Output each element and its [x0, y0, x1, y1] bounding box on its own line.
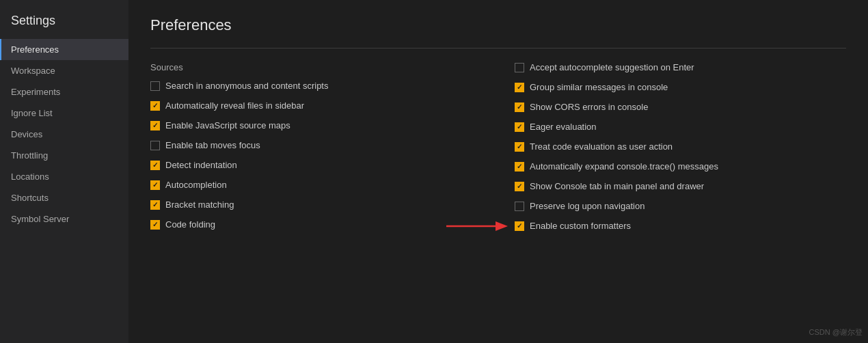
- checkbox-2[interactable]: [150, 121, 160, 131]
- right-checkbox-item-4: Treat code evaluation as user action: [515, 141, 846, 152]
- right-checkbox-item-8: Enable custom formatters: [515, 221, 846, 231]
- checkbox-1[interactable]: [150, 101, 160, 111]
- checkbox-label-5[interactable]: Autocompletion: [165, 180, 227, 190]
- checkbox-6[interactable]: [150, 200, 160, 210]
- right-checkbox-item-2: Show CORS errors in console: [515, 102, 846, 112]
- left-checkbox-item-6: Bracket matching: [150, 200, 482, 210]
- right-checkbox-0[interactable]: [515, 63, 524, 72]
- right-checkbox-item-3: Eager evaluation: [515, 122, 846, 132]
- sidebar-item-locations[interactable]: Locations: [0, 166, 128, 187]
- right-checkbox-6[interactable]: [515, 182, 524, 191]
- right-checkbox-label-5[interactable]: Automatically expand console.trace() mes…: [530, 161, 718, 172]
- checkbox-7[interactable]: [150, 220, 160, 230]
- sidebar-item-workspace[interactable]: Workspace: [0, 60, 128, 81]
- content-grid: Sources Search in anonymous and content …: [150, 62, 846, 241]
- left-checkbox-item-7: Code folding: [150, 219, 482, 230]
- right-checkbox-2[interactable]: [515, 102, 524, 112]
- left-checkbox-item-2: Enable JavaScript source maps: [150, 120, 482, 131]
- sidebar-item-preferences[interactable]: Preferences: [0, 39, 128, 60]
- right-checkbox-label-7[interactable]: Preserve log upon navigation: [530, 201, 645, 211]
- page-title: Preferences: [150, 16, 846, 34]
- right-checkbox-7[interactable]: [515, 202, 524, 211]
- sidebar-item-throttling[interactable]: Throttling: [0, 145, 128, 166]
- checkbox-5[interactable]: [150, 180, 160, 190]
- left-checkbox-item-3: Enable tab moves focus: [150, 140, 482, 150]
- svg-marker-1: [496, 221, 508, 231]
- checkbox-label-0[interactable]: Search in anonymous and content scripts: [165, 81, 328, 91]
- sidebar-item-shortcuts[interactable]: Shortcuts: [0, 187, 128, 208]
- right-checkbox-8[interactable]: [515, 221, 524, 231]
- right-column: Accept autocomplete suggestion on EnterG…: [515, 62, 846, 241]
- right-checkbox-5[interactable]: [515, 162, 524, 172]
- right-checkbox-item-1: Group similar messages in console: [515, 82, 846, 92]
- checkbox-label-4[interactable]: Detect indentation: [165, 160, 237, 170]
- sidebar-item-devices[interactable]: Devices: [0, 124, 128, 145]
- checkbox-3[interactable]: [150, 141, 160, 150]
- right-checkbox-3[interactable]: [515, 122, 524, 132]
- left-checkbox-item-4: Detect indentation: [150, 160, 482, 170]
- checkbox-label-2[interactable]: Enable JavaScript source maps: [165, 120, 290, 131]
- checkbox-label-6[interactable]: Bracket matching: [165, 200, 234, 210]
- right-checkbox-item-5: Automatically expand console.trace() mes…: [515, 161, 846, 172]
- red-arrow-icon: [446, 216, 508, 236]
- section-divider: [150, 48, 846, 49]
- right-checkbox-item-0: Accept autocomplete suggestion on Enter: [515, 62, 846, 72]
- checkbox-label-1[interactable]: Automatically reveal files in sidebar: [165, 100, 304, 111]
- watermark: CSDN @谢尔登: [809, 327, 863, 338]
- sidebar-title: Settings: [0, 5, 128, 39]
- sidebar-item-ignore-list[interactable]: Ignore List: [0, 102, 128, 124]
- left-column: Sources Search in anonymous and content …: [150, 62, 482, 241]
- checkbox-0[interactable]: [150, 81, 160, 91]
- main-content: Preferences Sources Search in anonymous …: [128, 0, 868, 343]
- right-checkbox-label-8[interactable]: Enable custom formatters: [530, 221, 631, 231]
- checkbox-label-3[interactable]: Enable tab moves focus: [165, 140, 260, 150]
- right-checkbox-1[interactable]: [515, 83, 524, 92]
- right-checkbox-label-6[interactable]: Show Console tab in main panel and drawe…: [530, 181, 704, 191]
- left-checkbox-item-1: Automatically reveal files in sidebar: [150, 100, 482, 111]
- right-checkbox-label-2[interactable]: Show CORS errors in console: [530, 102, 648, 112]
- right-checkbox-item-6: Show Console tab in main panel and drawe…: [515, 181, 846, 191]
- right-checkbox-label-0[interactable]: Accept autocomplete suggestion on Enter: [530, 62, 694, 72]
- sidebar: Settings PreferencesWorkspaceExperiments…: [0, 0, 128, 343]
- right-checkbox-label-4[interactable]: Treat code evaluation as user action: [530, 141, 673, 152]
- left-checkbox-item-5: Autocompletion: [150, 180, 482, 190]
- left-checkbox-item-0: Search in anonymous and content scripts: [150, 81, 482, 91]
- right-checkbox-item-7: Preserve log upon navigation: [515, 201, 846, 211]
- sidebar-item-symbol-server[interactable]: Symbol Server: [0, 208, 128, 230]
- sources-section-label: Sources: [150, 62, 482, 72]
- right-checkbox-label-3[interactable]: Eager evaluation: [530, 122, 597, 132]
- right-checkbox-4[interactable]: [515, 142, 524, 152]
- checkbox-label-7[interactable]: Code folding: [165, 219, 215, 230]
- right-checkbox-label-1[interactable]: Group similar messages in console: [530, 82, 668, 92]
- checkbox-4[interactable]: [150, 161, 160, 170]
- sidebar-item-experiments[interactable]: Experiments: [0, 81, 128, 102]
